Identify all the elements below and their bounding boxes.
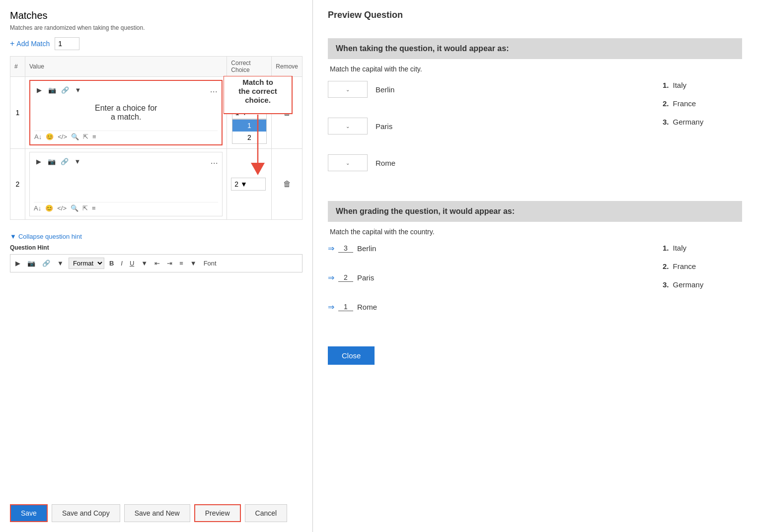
taking-section: When taking the question, it would appea… (328, 38, 742, 181)
choice-value-2: 2 (234, 180, 238, 188)
match-number-input[interactable] (55, 37, 79, 50)
taking-matches-col: ⌄ Berlin ⌄ Paris ⌄ Rome (328, 81, 663, 181)
play-icon-2[interactable]: ▶ (34, 156, 44, 166)
col-header-correct-choice: Correct Choice (227, 57, 272, 77)
grading-choice-label-3: Germany (673, 280, 704, 289)
dropdown-icon-2[interactable]: ▼ (73, 156, 82, 166)
hint-dropdown2-icon[interactable]: ▼ (139, 259, 150, 268)
left-panel: Matches Matches are randomized when taki… (0, 0, 313, 532)
more-options-icon[interactable]: … (210, 85, 218, 94)
taking-dropdown-1[interactable]: ⌄ (328, 81, 368, 98)
hint-more-icon[interactable]: ▼ (188, 259, 199, 268)
grading-choices-col: 1. Italy 2. France 3. Germany (663, 244, 742, 289)
row-choice-1: 1 ▼ 1 2 (227, 77, 272, 149)
hint-align-center-icon[interactable]: ⇥ (165, 259, 174, 268)
hint-align-left-icon[interactable]: ⇤ (152, 259, 162, 268)
editor-area-1[interactable]: ▶ 📷 🔗 ▼ … Enter a choice fora match. A↓ … (29, 80, 223, 145)
dropdown-chevron-1: ▼ (241, 109, 248, 117)
grading-choice-1: 1. Italy (663, 244, 742, 252)
taking-items-container: ⌄ Berlin ⌄ Paris ⌄ Rome (328, 81, 742, 181)
taking-match-row-3: ⌄ Rome (328, 154, 663, 171)
save-new-button[interactable]: Save and New (124, 504, 190, 522)
col-header-remove: Remove (272, 57, 303, 77)
font-icon-2[interactable]: A↓ (34, 204, 41, 212)
row-remove-2: 🗑 (272, 149, 303, 220)
hint-underline-button[interactable]: U (128, 259, 136, 268)
font-icon[interactable]: A↓ (34, 133, 42, 140)
dropdown-option-1-2[interactable]: 2 (232, 132, 266, 143)
preview-title: Preview Question (328, 10, 742, 20)
taking-chevron-3: ⌄ (346, 160, 350, 166)
delete-row-1-icon[interactable]: 🗑 (283, 108, 291, 117)
grading-answer-2: 2 (338, 273, 353, 282)
editor-toolbar-2: ▶ 📷 🔗 ▼ … (34, 156, 218, 166)
dropdown-option-1-1[interactable]: 1 (232, 120, 266, 132)
right-panel: Preview Question When taking the questio… (313, 0, 757, 532)
save-copy-button[interactable]: Save and Copy (52, 504, 120, 522)
dropdown-open-1: 1 2 (232, 119, 267, 144)
hint-format-select[interactable]: Format (69, 258, 104, 269)
grading-label-1: Berlin (357, 244, 663, 253)
code-icon-2[interactable]: </> (57, 204, 67, 212)
dropdown-icon[interactable]: ▼ (73, 85, 83, 95)
emoji-icon[interactable]: 😊 (46, 133, 54, 140)
add-match-button[interactable]: Add Match (10, 39, 50, 48)
choice-dropdown-2[interactable]: 2 ▼ (231, 178, 266, 191)
grading-choice-label-2: France (673, 262, 696, 270)
hint-play-icon[interactable]: ▶ (13, 259, 22, 268)
hint-editor: ▶ 📷 🔗 ▼ Format B I U ▼ ⇤ ⇥ ≡ ▼ Font (10, 254, 303, 272)
taking-dropdown-2[interactable]: ⌄ (328, 118, 368, 134)
code-icon[interactable]: </> (58, 133, 67, 140)
taking-choice-num-2: 2. (663, 99, 669, 108)
grading-choice-num-1: 1. (663, 244, 669, 252)
grading-items-container: ⇒ 3 Berlin ⇒ 2 Paris ⇒ 1 Rome (328, 244, 742, 322)
lines-icon-2[interactable]: ≡ (92, 204, 96, 212)
hint-italic-button[interactable]: I (119, 259, 125, 268)
taking-match-label-2: Paris (376, 122, 663, 131)
taking-choice-num-1: 1. (663, 81, 669, 89)
editor-content-1: Enter a choice fora match. (34, 98, 218, 128)
image-icon[interactable]: 📷 (47, 85, 57, 95)
cancel-button[interactable]: Cancel (245, 504, 288, 522)
grading-choice-num-2: 2. (663, 262, 669, 270)
grading-row-1: ⇒ 3 Berlin (328, 244, 663, 253)
image-icon-2[interactable]: 📷 (47, 156, 57, 166)
collapse-link[interactable]: ▼ Collapse question hint (10, 233, 303, 240)
matches-table: # Value Correct Choice Remove 1 ▶ 📷 (10, 56, 303, 220)
collapse-hint: ▼ Collapse question hint (10, 233, 303, 240)
hint-dropdown-icon[interactable]: ▼ (55, 259, 66, 268)
taking-choice-label-3: Germany (673, 118, 704, 126)
taking-dropdown-3[interactable]: ⌄ (328, 154, 368, 171)
grading-answer-1: 3 (338, 244, 353, 253)
hint-image-icon[interactable]: 📷 (25, 259, 37, 268)
save-button[interactable]: Save (10, 504, 48, 522)
expand-icon-2[interactable]: ⇱ (82, 204, 88, 212)
preview-button[interactable]: Preview (194, 504, 241, 522)
expand-icon[interactable]: ⇱ (83, 133, 88, 140)
hint-toolbar: ▶ 📷 🔗 ▼ Format B I U ▼ ⇤ ⇥ ≡ ▼ Font (13, 258, 299, 269)
taking-choices-col: 1. Italy 2. France 3. Germany (663, 81, 742, 126)
editor-bottom-toolbar-1: A↓ 😊 </> 🔍 ⇱ ≡ (34, 131, 218, 140)
hint-align-right-icon[interactable]: ≡ (177, 259, 185, 268)
grading-choice-num-3: 3. (663, 280, 669, 289)
taking-choice-2: 2. France (663, 99, 742, 108)
search-icon[interactable]: 🔍 (71, 133, 79, 140)
link-icon-2[interactable]: 🔗 (60, 156, 70, 166)
hint-bold-button[interactable]: B (107, 259, 116, 268)
search-icon-2[interactable]: 🔍 (71, 204, 78, 212)
taking-match-row-1: ⌄ Berlin (328, 81, 663, 98)
grading-matches-col: ⇒ 3 Berlin ⇒ 2 Paris ⇒ 1 Rome (328, 244, 663, 322)
choice-dropdown-1[interactable]: 1 ▼ (232, 106, 267, 119)
play-icon[interactable]: ▶ (34, 85, 44, 95)
dropdown-chevron-2: ▼ (240, 180, 247, 188)
grading-row-3: ⇒ 1 Rome (328, 302, 663, 312)
close-button[interactable]: Close (328, 346, 375, 365)
delete-row-2-icon[interactable]: 🗑 (283, 180, 291, 188)
more-options-icon-2[interactable]: … (210, 157, 218, 166)
editor-area-2[interactable]: ▶ 📷 🔗 ▼ … A↓ 😊 </> 🔍 (29, 152, 223, 216)
lines-icon[interactable]: ≡ (92, 133, 96, 140)
row-remove-1: 🗑 (272, 77, 303, 149)
link-icon[interactable]: 🔗 (60, 85, 70, 95)
emoji-icon-2[interactable]: 😊 (45, 204, 53, 212)
hint-link-icon[interactable]: 🔗 (40, 259, 52, 268)
